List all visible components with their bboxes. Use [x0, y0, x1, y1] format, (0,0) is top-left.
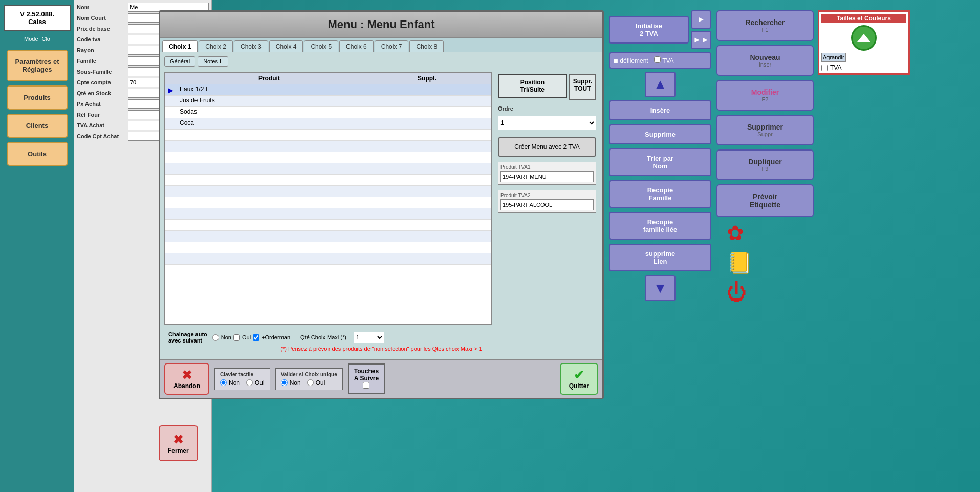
table-row[interactable] — [165, 253, 491, 265]
agrandir-btn[interactable]: Agrandir — [821, 53, 846, 62]
insere-btn[interactable]: Insère — [609, 100, 711, 120]
quitter-check-icon: ✔ — [574, 368, 584, 382]
sidebar-parametres[interactable]: Paramètres et Réglages — [7, 50, 68, 81]
init-btn[interactable]: Initialise2 TVA — [609, 16, 689, 44]
table-row[interactable]: Sodas — [165, 107, 491, 118]
down-arrow-btn[interactable]: ▼ — [645, 275, 676, 301]
valider-radio-group: Non Oui — [281, 379, 337, 387]
orderman-check[interactable] — [253, 334, 259, 341]
rechercher-label: Rechercher — [722, 18, 809, 27]
valider-non-radio[interactable] — [281, 379, 288, 386]
table-row[interactable] — [165, 220, 491, 231]
table-row[interactable]: ▶ Eaux 1/2 L — [165, 84, 491, 96]
tab-choix2[interactable]: Choix 2 — [199, 40, 233, 52]
recopie-famille-btn[interactable]: RecopieFamille — [609, 180, 711, 208]
double-arrow-btn[interactable]: ►► — [691, 31, 711, 49]
supprimer-btn[interactable]: Supprimer Suppr — [716, 115, 814, 145]
fermer-btn[interactable]: ✖ Fermer — [159, 425, 198, 461]
sidebar-produits[interactable]: Produits — [7, 85, 68, 110]
trier-nom-btn[interactable]: Trier parNom — [609, 148, 711, 176]
sub-tabs: Général Notes L — [164, 56, 598, 67]
touches-box: TouchesA Suivre — [348, 363, 385, 394]
star-icon: ✿ — [727, 221, 744, 245]
caisse-text: Caiss — [9, 18, 66, 26]
tva-checkbox[interactable] — [654, 56, 661, 63]
tabs-row: Choix 1 Choix 2 Choix 3 Choix 4 Choix 5 … — [160, 38, 602, 52]
chainage-oui-check[interactable] — [233, 334, 240, 341]
sub-tab-general[interactable]: Général — [164, 56, 195, 67]
clavier-oui-radio[interactable] — [246, 379, 253, 386]
table-row[interactable] — [165, 197, 491, 208]
dialog-title: Menu : Menu Enfant — [160, 12, 602, 38]
tva-box-checkbox[interactable] — [821, 65, 828, 71]
table-row[interactable] — [165, 152, 491, 163]
table-row[interactable] — [165, 130, 491, 141]
table-row[interactable] — [165, 242, 491, 253]
tab-choix6[interactable]: Choix 6 — [339, 40, 374, 52]
row-produit: Coca — [176, 118, 363, 129]
chainage-radio-group: Non Oui +Orderman — [212, 334, 290, 341]
single-arrow-btn[interactable]: ► — [691, 10, 711, 29]
rechercher-btn[interactable]: Rechercher F1 — [716, 10, 814, 41]
fermer-label: Fermer — [168, 447, 189, 454]
abandon-btn[interactable]: ✖ Abandon — [164, 363, 209, 395]
chainage-non-radio[interactable] — [212, 334, 219, 341]
table-row[interactable]: Coca — [165, 118, 491, 130]
table-row[interactable] — [165, 175, 491, 186]
tva-row: TVA — [821, 64, 906, 71]
supprime-lien-btn[interactable]: supprimeLien — [609, 244, 711, 271]
modifier-btn[interactable]: Modifier F2 — [716, 80, 814, 111]
table-row[interactable] — [165, 163, 491, 175]
nom-label: Nom — [77, 4, 128, 10]
tab-choix1[interactable]: Choix 1 — [162, 40, 198, 52]
tab-choix7[interactable]: Choix 7 — [375, 40, 409, 52]
tab-choix8[interactable]: Choix 8 — [409, 40, 444, 52]
valider-title: Valider si Choix unique — [281, 372, 337, 377]
ordre-select[interactable]: 1 2 3 — [498, 116, 596, 130]
tailles-title: Tailles et Couleurs — [821, 14, 906, 23]
produit-tva2-input[interactable] — [500, 199, 594, 210]
arrow-up-icon — [856, 33, 872, 43]
table-row[interactable] — [165, 186, 491, 197]
table-row[interactable] — [165, 208, 491, 220]
qte-select[interactable]: 1 2 3 — [354, 332, 384, 343]
up-arrow-btn[interactable]: ▲ — [645, 72, 676, 97]
valider-oui-radio[interactable] — [307, 379, 314, 386]
chainage-label: Chainage autoavec suivant — [168, 331, 207, 344]
row-arrow: ▶ — [165, 84, 176, 95]
nouveau-btn[interactable]: Nouveau Inser — [716, 45, 814, 76]
supprime-btn[interactable]: Supprime — [609, 124, 711, 144]
dupliquer-btn[interactable]: Dupliquer F9 — [716, 149, 814, 180]
quitter-label: Quitter — [569, 382, 589, 390]
qte-choix-label: Qté Choix Maxi (*) — [300, 334, 346, 340]
clavier-non-radio[interactable] — [220, 379, 227, 386]
rayon-label: Rayon — [77, 47, 128, 53]
dialog-right-panel: PositionTri/Suite Suppr.TOUT Ordre 1 2 3… — [496, 72, 598, 325]
touches-check[interactable] — [363, 382, 369, 389]
sub-tab-notes[interactable]: Notes L — [198, 56, 228, 67]
sidebar-outils[interactable]: Outils — [7, 142, 68, 166]
nouveau-label: Nouveau — [722, 53, 809, 61]
row-suppl — [363, 107, 491, 118]
table-row[interactable] — [165, 141, 491, 152]
chainage-non-label: Non — [221, 334, 231, 340]
decorative-area: ✿ — [716, 221, 814, 247]
version-text: V 2.52.088. — [9, 10, 66, 18]
tab-choix4[interactable]: Choix 4 — [269, 40, 303, 52]
prevoir-etiquette-btn[interactable]: PrévoirEtiquette — [716, 184, 814, 217]
col-suppl: Suppl. — [363, 73, 491, 84]
suppr-tout-btn[interactable]: Suppr.TOUT — [569, 74, 596, 100]
supprimer-label: Supprimer — [722, 123, 809, 131]
tab-content: Général Notes L Produit Suppl. ▶ Eaux 1/… — [160, 52, 602, 359]
produit-tva1-input[interactable] — [500, 171, 594, 182]
sidebar-clients[interactable]: Clients — [7, 114, 68, 138]
table-row[interactable] — [165, 231, 491, 242]
creer-menu-btn[interactable]: Créer Menu avec 2 TVA — [498, 137, 596, 157]
quitter-btn[interactable]: ✔ Quitter — [560, 363, 598, 395]
recopie-famille-liee-btn[interactable]: Recopiefamille liée — [609, 212, 711, 240]
table-row[interactable]: Jus de Fruits — [165, 96, 491, 107]
tab-choix3[interactable]: Choix 3 — [234, 40, 268, 52]
svg-marker-0 — [857, 34, 870, 42]
decorative-book-area: 📒 — [716, 251, 814, 276]
tab-choix5[interactable]: Choix 5 — [304, 40, 338, 52]
